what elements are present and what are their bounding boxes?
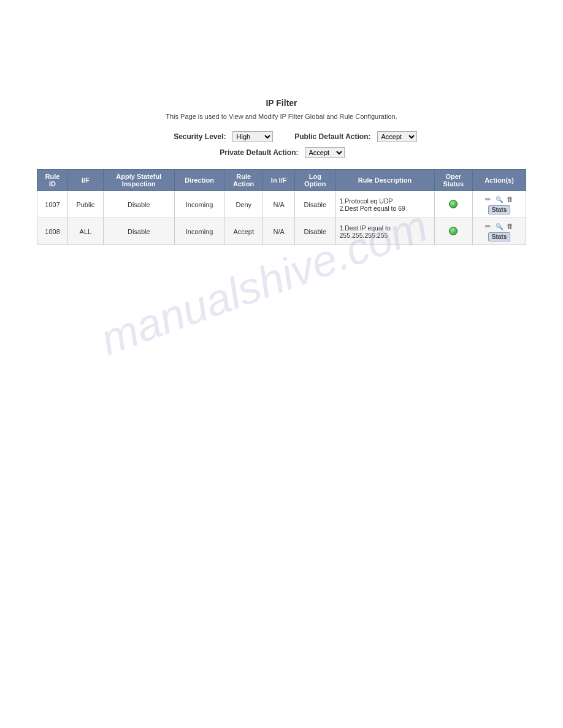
- cell-rule-id: 1007: [37, 191, 68, 218]
- col-direction: Direction: [174, 170, 224, 191]
- private-default-action-select[interactable]: Accept Deny: [305, 147, 345, 158]
- col-rule-description: Rule Description: [335, 170, 434, 191]
- cell-if: Public: [68, 191, 103, 218]
- cell-in-if: N/A: [263, 218, 295, 245]
- cell-description: 1.Dest IP equal to 255.255.255.255: [335, 218, 434, 245]
- oper-status-indicator: [449, 227, 458, 235]
- col-log-option: LogOption: [295, 170, 335, 191]
- cell-in-if: N/A: [263, 191, 295, 218]
- cell-actions: ✏🔍🗑Stats: [472, 191, 526, 218]
- table-row: 1008ALLDisableIncomingAcceptN/ADisable1.…: [37, 218, 526, 245]
- cell-log-option: Disable: [295, 191, 335, 218]
- page-title: IP Filter: [37, 98, 526, 108]
- table-row: 1007PublicDisableIncomingDenyN/ADisable1…: [37, 191, 526, 218]
- page-description: This Page is used to View and Modify IP …: [37, 113, 526, 120]
- cell-rule-action: Deny: [224, 191, 263, 218]
- security-level-row: Security Level: Low Medium High Public D…: [147, 131, 417, 142]
- pencil-icon[interactable]: ✏: [483, 194, 493, 204]
- cell-oper-status: [434, 218, 472, 245]
- security-level-select[interactable]: Low Medium High: [232, 131, 273, 142]
- col-in-if: In I/F: [263, 170, 295, 191]
- col-actions: Action(s): [472, 170, 526, 191]
- private-default-action-row: Private Default Action: Accept Deny: [219, 147, 345, 158]
- private-default-action-label: Private Default Action:: [219, 148, 299, 157]
- public-default-action-select[interactable]: Accept Deny: [377, 131, 417, 142]
- oper-status-indicator: [449, 200, 458, 208]
- cell-direction: Incoming: [174, 218, 224, 245]
- trash-icon[interactable]: 🗑: [505, 221, 515, 231]
- col-rule-id: RuleID: [37, 170, 68, 191]
- cell-oper-status: [434, 191, 472, 218]
- cell-rule-id: 1008: [37, 218, 68, 245]
- cell-if: ALL: [68, 218, 103, 245]
- ip-filter-table: RuleID I/F Apply StatefulInspection Dire…: [37, 169, 526, 245]
- col-apply-stateful: Apply StatefulInspection: [103, 170, 174, 191]
- cell-log-option: Disable: [295, 218, 335, 245]
- search-icon[interactable]: 🔍: [494, 221, 504, 231]
- cell-actions: ✏🔍🗑Stats: [472, 218, 526, 245]
- ip-filter-table-container: RuleID I/F Apply StatefulInspection Dire…: [37, 169, 526, 245]
- public-default-action-label: Public Default Action:: [279, 132, 371, 141]
- col-oper-status: OperStatus: [434, 170, 472, 191]
- cell-direction: Incoming: [174, 191, 224, 218]
- pencil-icon[interactable]: ✏: [483, 221, 493, 231]
- security-level-label: Security Level:: [147, 132, 226, 141]
- filter-form: Security Level: Low Medium High Public D…: [37, 131, 526, 158]
- cell-apply-stateful: Disable: [103, 218, 174, 245]
- cell-apply-stateful: Disable: [103, 191, 174, 218]
- col-if: I/F: [68, 170, 103, 191]
- cell-description: 1.Protocol eq UDP 2.Dest Port equal to 6…: [335, 191, 434, 218]
- stats-button[interactable]: Stats: [488, 205, 510, 214]
- cell-rule-action: Accept: [224, 218, 263, 245]
- col-rule-action: RuleAction: [224, 170, 263, 191]
- trash-icon[interactable]: 🗑: [505, 194, 515, 204]
- search-icon[interactable]: 🔍: [494, 194, 504, 204]
- stats-button[interactable]: Stats: [488, 232, 510, 241]
